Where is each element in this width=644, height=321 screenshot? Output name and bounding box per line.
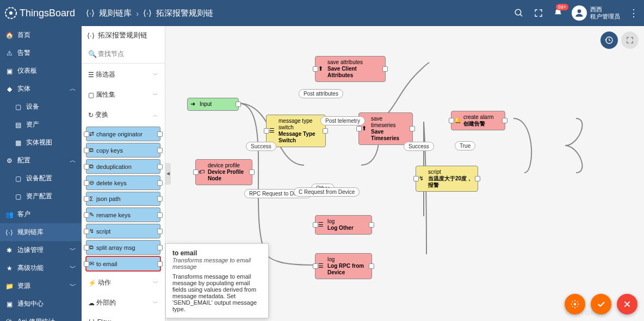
node-message-type-switch[interactable]: ☰message type switchMessage Type Switch — [266, 115, 326, 147]
node-to-email[interactable]: ✉to email — [86, 256, 160, 271]
fullscreen-button[interactable] — [621, 32, 639, 49]
node-log-rpc[interactable]: ☰logLog RPC from Device — [315, 253, 372, 279]
node-change-originator[interactable]: ⇄change originator — [86, 127, 160, 141]
nav-notification[interactable]: ▣通知中心 — [0, 295, 82, 313]
panel-toggle[interactable]: ◀ — [165, 163, 171, 185]
panel-title: ⟨·⟩拓深报警规则链 — [82, 26, 165, 45]
canvas[interactable]: ◀ ➜Input ⬆save attributesSave Client Att… — [165, 26, 644, 321]
nav-config[interactable]: ⚙配置︿ — [0, 152, 82, 169]
flow-icon: ⟨·⟩ — [88, 318, 95, 321]
api-icon: 〄 — [5, 318, 13, 322]
node-json-path[interactable]: Σjson path — [86, 192, 160, 206]
bell-icon[interactable]: 99+ — [552, 7, 564, 19]
upload-icon: ⬆ — [318, 65, 323, 72]
bell-icon: 🔔 — [454, 117, 462, 124]
entity-icon: ◆ — [5, 85, 13, 93]
breadcrumb-root[interactable]: 规则链库 — [99, 8, 132, 18]
node-script[interactable]: ↯script — [86, 224, 160, 238]
label-true: True — [455, 141, 475, 150]
node-deduplication[interactable]: ⧉deduplication — [86, 159, 160, 174]
group-flow[interactable]: ⟨·⟩ Flow︿ — [84, 313, 163, 321]
svg-point-5 — [574, 303, 577, 306]
chevron-up-icon: ︿ — [70, 84, 76, 93]
breadcrumb: ⟨·⟩ 规则链库 › ⟨·⟩ 拓深报警规则链 — [86, 8, 213, 18]
node-palette: ⟨·⟩拓深报警规则链 🔍 ☰ 筛选器﹀ ▢ 属性集﹀ ↻ 变换︿ ⇄change… — [82, 26, 165, 321]
user-menu[interactable]: 西西 租户管理员 — [572, 5, 620, 21]
attr-icon: ▢ — [88, 91, 94, 99]
code-icon: ⟨·⟩ — [5, 229, 13, 236]
warning-icon: ⚠ — [5, 49, 13, 57]
nav-api[interactable]: 〄Api 使用统计 — [0, 313, 82, 321]
cancel-button[interactable] — [617, 294, 637, 314]
svg-point-1 — [9, 11, 13, 15]
node-copy-keys[interactable]: ⧉copy keys — [86, 143, 160, 158]
dashboard-icon: ▣ — [5, 67, 13, 75]
node-save-timeseries[interactable]: ⬆save timeseriesSave Timeseries — [358, 112, 413, 145]
delete-icon: ⊖ — [86, 176, 96, 190]
chevron-down-icon: ﹀ — [70, 281, 76, 291]
fullscreen-icon[interactable] — [532, 7, 544, 19]
nav-customer[interactable]: 👥客户 — [0, 205, 82, 223]
nav-advanced[interactable]: ★高级功能﹀ — [0, 259, 82, 277]
tooltip: to email Transforms message to email mes… — [165, 243, 269, 318]
chevron-down-icon: ﹀ — [70, 263, 76, 273]
chevron-down-icon: ﹀ — [70, 246, 76, 255]
nav-alarm[interactable]: ⚠告警 — [0, 44, 82, 62]
nav-home[interactable]: 🏠首页 — [0, 26, 82, 44]
node-save-attributes[interactable]: ⬆save attributesSave Client Attributes — [315, 56, 386, 82]
chevron-down-icon: ﹀ — [153, 279, 158, 287]
node-input[interactable]: ➜Input — [187, 98, 239, 111]
nav-dashboard[interactable]: ▣仪表板 — [0, 62, 82, 80]
avatar-icon — [572, 5, 587, 21]
chevron-up-icon: ︿ — [153, 318, 158, 321]
code-icon: ⟨·⟩ — [87, 32, 95, 40]
label-post-attributes: Post attributes — [299, 89, 343, 98]
history-button[interactable] — [600, 32, 618, 49]
logo[interactable]: ThingsBoard — [4, 7, 81, 20]
breadcrumb-current: 拓深报警规则链 — [156, 8, 213, 18]
logo-icon — [4, 7, 17, 20]
nav-rule-chains[interactable]: ⟨·⟩规则链库 — [0, 223, 82, 241]
node-script[interactable]: ↯script当温度大于20度，报警 — [416, 166, 478, 192]
gear-icon: ⚙ — [5, 157, 13, 165]
code-icon: ⟨·⟩ — [86, 8, 95, 18]
search-icon: 🔍 — [88, 50, 97, 58]
search-icon[interactable] — [513, 7, 525, 19]
debug-button[interactable] — [565, 294, 585, 314]
node-create-alarm[interactable]: 🔔create alarm创建告警 — [451, 111, 505, 130]
nav-asset[interactable]: ▤资产 — [0, 116, 82, 134]
notification-badge: 99+ — [556, 4, 568, 10]
filter-icon: ☰ — [88, 71, 94, 79]
tooltip-body: Transforms message to email message by p… — [172, 273, 262, 312]
tooltip-subtitle: Transforms message to email message — [172, 257, 262, 270]
node-log-other[interactable]: ☰logLog Other — [315, 215, 372, 235]
folder-icon: 📁 — [5, 282, 13, 290]
nav-edge[interactable]: ✱边缘管理﹀ — [0, 241, 82, 259]
group-attributes[interactable]: ▢ 属性集﹀ — [84, 85, 163, 105]
nav-resource[interactable]: 📁资源﹀ — [0, 277, 82, 295]
chevron-down-icon: ﹀ — [153, 91, 158, 99]
node-split-array[interactable]: ⧉split array msg — [86, 240, 160, 255]
label-success: Success — [246, 142, 276, 151]
nav-asset-config[interactable]: ▢资产配置 — [0, 187, 82, 205]
home-icon: 🏠 — [5, 32, 13, 39]
nav-entity-view[interactable]: ▦实体视图 — [0, 134, 82, 152]
nav-device[interactable]: ▢设备 — [0, 98, 82, 116]
node-device-profile[interactable]: 🏷device profileDevice Profile Node — [195, 159, 252, 185]
sum-icon: Σ — [86, 192, 96, 205]
group-transform[interactable]: ↻ 变换︿ — [84, 105, 163, 125]
upload-icon: ⬆ — [362, 125, 367, 132]
node-rename-keys[interactable]: ✎rename keys — [86, 207, 160, 222]
svg-point-2 — [515, 9, 521, 15]
chevron-up-icon: ︿ — [70, 156, 76, 165]
group-external[interactable]: ☁ 外部的﹀ — [84, 293, 163, 313]
chevron-up-icon: ︿ — [153, 111, 158, 119]
nav-entity[interactable]: ◆实体︿ — [0, 80, 82, 98]
nav-device-config[interactable]: ▢设备配置 — [0, 169, 82, 187]
swap-icon: ⇄ — [86, 127, 96, 141]
group-action[interactable]: ⚡ 动作﹀ — [84, 273, 163, 293]
node-delete-keys[interactable]: ⊖delete keys — [86, 175, 160, 190]
group-filter[interactable]: ☰ 筛选器﹀ — [84, 65, 163, 85]
more-icon[interactable]: ⋮ — [628, 7, 640, 19]
apply-button[interactable] — [591, 294, 611, 314]
